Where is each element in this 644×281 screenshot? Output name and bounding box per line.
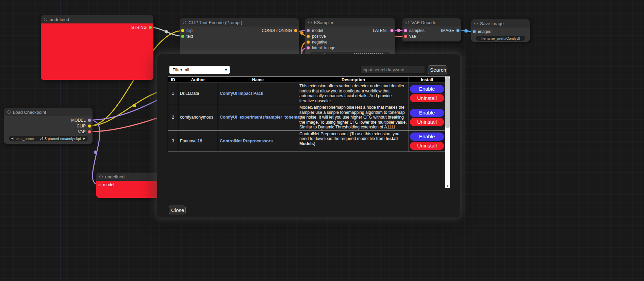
cell-author: Dr.Lt.Data xyxy=(178,83,218,104)
node-title: CLIP Text Encode (Prompt) xyxy=(188,20,242,25)
slot-samples: samples xyxy=(402,28,425,33)
LATENT-slot-dot-icon[interactable] xyxy=(390,29,394,32)
extension-link[interactable]: ControlNet Preprocessors xyxy=(220,139,273,143)
model-slot-dot-icon[interactable] xyxy=(98,183,101,187)
node-title: Save Image xyxy=(480,21,503,26)
search-button[interactable]: Search xyxy=(428,65,447,74)
collapse-dot-icon[interactable] xyxy=(44,18,47,21)
enable-button[interactable]: Enable xyxy=(410,133,444,141)
search-input[interactable] xyxy=(360,66,425,74)
widget-increment-icon[interactable]: ▶ xyxy=(83,137,85,140)
clip-slot-dot-icon[interactable] xyxy=(181,29,184,32)
slot-label: STRING xyxy=(131,25,147,30)
enable-button[interactable]: Enable xyxy=(410,109,444,117)
negative-slot-dot-icon[interactable] xyxy=(307,40,310,44)
node-header[interactable]: VAE Decode xyxy=(402,18,461,27)
extension-row: 1Dr.Lt.DataComfyUI Impact PackThis exten… xyxy=(168,83,445,104)
extensions-table: IDAuthorNameDescriptionInstall 1Dr.Lt.Da… xyxy=(168,76,445,152)
VAE-slot-dot-icon[interactable] xyxy=(88,130,91,134)
slot-CLIP: CLIP xyxy=(71,123,93,129)
uninstall-button[interactable]: Uninstall xyxy=(410,118,444,126)
uninstall-button[interactable]: Uninstall xyxy=(410,94,444,102)
slot-label: latent_image xyxy=(312,46,335,50)
scrollbar-thumb[interactable] xyxy=(445,77,450,128)
node-vae-decode[interactable]: VAE Decode samplesvae IMAGE xyxy=(402,18,461,41)
slot-IMAGE: IMAGE xyxy=(441,28,461,33)
close-button[interactable]: Close xyxy=(169,206,186,214)
extension-row: 2comfyanonymousComfyUI_experiments/sampl… xyxy=(168,104,445,131)
slot-label: negative xyxy=(312,40,327,45)
node-undefined-top[interactable]: undefined STRING xyxy=(41,15,153,80)
slot-STRING: STRING xyxy=(131,24,153,30)
slot-label: VAE xyxy=(78,129,86,134)
slot-label: model xyxy=(103,182,114,187)
MODEL-slot-dot-icon[interactable] xyxy=(88,119,91,122)
widget-decrement-icon[interactable]: ◀ xyxy=(11,137,13,140)
STRING-slot-dot-icon[interactable] xyxy=(149,26,152,29)
slot-clip: clip xyxy=(180,28,193,33)
filter-dropdown-label: Filter: all xyxy=(172,67,189,72)
node-header[interactable]: undefined xyxy=(41,15,153,23)
positive-slot-dot-icon[interactable] xyxy=(307,35,310,38)
scrollbar-down-arrow-icon[interactable]: ▼ xyxy=(445,185,450,188)
slot-label: clip xyxy=(186,28,193,33)
widget-value: ComfyUI xyxy=(506,36,520,40)
latent_image-slot-dot-icon[interactable] xyxy=(307,46,310,50)
collapse-dot-icon[interactable] xyxy=(183,21,186,24)
collapse-dot-icon[interactable] xyxy=(7,110,11,114)
node-header[interactable]: KSampler xyxy=(305,18,395,27)
samples-slot-dot-icon[interactable] xyxy=(404,29,407,32)
cell-name: ComfyUI Impact Pack xyxy=(218,83,298,104)
node-title: Load Checkpoint xyxy=(13,110,46,115)
widget-filename_prefix[interactable]: filename_prefixComfyUI xyxy=(476,36,525,41)
slot-label: text xyxy=(186,34,193,39)
cell-install: EnableUninstall xyxy=(409,83,445,104)
caret-down-icon: ▼ xyxy=(225,68,228,72)
widget-ckpt_name[interactable]: ◀ckpt_namev1-5-pruned-emaonly.ckpt▶ xyxy=(9,136,88,141)
slot-vae: vae xyxy=(402,33,425,39)
node-header[interactable]: Load Checkpoint xyxy=(4,108,93,116)
collapse-dot-icon[interactable] xyxy=(99,175,103,178)
filter-dropdown[interactable]: Filter: all ▼ xyxy=(169,66,230,74)
cell-id: 2 xyxy=(168,104,178,131)
vae-slot-dot-icon[interactable] xyxy=(404,35,407,38)
extension-manager-dialog: Filter: all ▼ Search IDAuthorNameDescrip… xyxy=(157,54,460,217)
wire-string-to-text xyxy=(150,28,183,36)
cell-author: Fannovel16 xyxy=(178,130,218,152)
extension-link[interactable]: ComfyUI Impact Pack xyxy=(220,91,263,96)
uninstall-button[interactable]: Uninstall xyxy=(410,142,444,150)
text-slot-dot-icon[interactable] xyxy=(181,35,184,38)
slot-label: positive xyxy=(312,34,326,39)
widget-name: ckpt_name xyxy=(16,137,34,141)
extension-link[interactable]: ComfyUI_experiments/sampler_tonemap xyxy=(220,115,302,120)
IMAGE-slot-dot-icon[interactable] xyxy=(456,29,460,32)
collapse-dot-icon[interactable] xyxy=(406,21,409,24)
cell-install: EnableUninstall xyxy=(409,104,445,131)
slot-label: IMAGE xyxy=(441,28,454,33)
enable-button[interactable]: Enable xyxy=(410,85,444,93)
cell-author: comfyanonymous xyxy=(178,104,218,131)
slot-LATENT: LATENT xyxy=(373,28,395,33)
cell-install: EnableUninstall xyxy=(409,130,445,152)
images-slot-dot-icon[interactable] xyxy=(473,30,476,33)
column-header-author: Author xyxy=(178,77,218,83)
node-title: KSampler xyxy=(314,20,333,25)
model-slot-dot-icon[interactable] xyxy=(307,29,310,32)
CONDITIONING-slot-dot-icon[interactable] xyxy=(294,29,297,32)
node-load-checkpoint[interactable]: Load Checkpoint MODELCLIPVAE ◀ckpt_namev… xyxy=(4,108,93,144)
slot-label: samples xyxy=(409,28,425,33)
node-save-image[interactable]: Save Image images filename_prefixComfyUI xyxy=(471,19,530,42)
node-title: undefined xyxy=(105,174,125,179)
extensions-table-wrap: IDAuthorNameDescriptionInstall 1Dr.Lt.Da… xyxy=(168,76,445,152)
cell-description: ModelSamplerTonemapNoiseTest a node that… xyxy=(298,104,409,131)
node-header[interactable]: CLIP Text Encode (Prompt) xyxy=(180,18,299,27)
node-header[interactable]: Save Image xyxy=(471,19,530,28)
slot-positive: positive xyxy=(305,33,335,39)
collapse-dot-icon[interactable] xyxy=(474,22,478,25)
widget-name: filename_prefix xyxy=(481,36,506,40)
cell-id: 1 xyxy=(168,83,178,104)
canvas-axis-horizontal xyxy=(0,230,644,230)
CLIP-slot-dot-icon[interactable] xyxy=(88,124,91,128)
widget-value: v1-5-pruned-emaonly.ckpt xyxy=(40,137,81,141)
collapse-dot-icon[interactable] xyxy=(308,21,312,24)
